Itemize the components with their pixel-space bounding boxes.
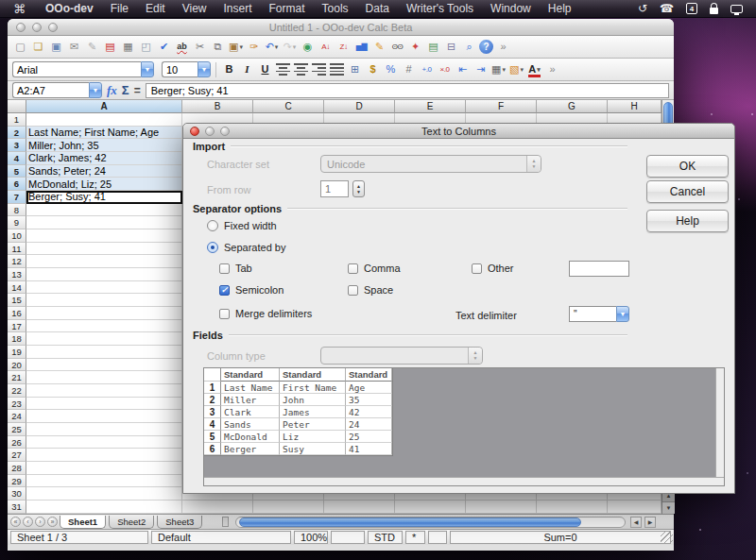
cell-A3[interactable]: Miller; John; 35 — [26, 139, 182, 152]
row-header-12[interactable]: 12 — [8, 255, 26, 268]
sum-icon[interactable]: Σ — [122, 83, 129, 97]
cancel-button[interactable]: Cancel — [646, 180, 729, 203]
cell-A24[interactable] — [26, 410, 182, 423]
cell-A15[interactable] — [26, 294, 182, 307]
cell-A25[interactable] — [26, 423, 182, 436]
row-header-6[interactable]: 6 — [8, 178, 26, 191]
row-header-1[interactable]: 1 — [8, 113, 26, 127]
select-all-corner[interactable] — [8, 100, 26, 113]
cell-A9[interactable] — [26, 216, 182, 229]
tab-scroll-split[interactable] — [222, 517, 229, 527]
add-decimal-icon[interactable]: +.0 — [419, 61, 435, 78]
paste-icon[interactable]: ▣▾ — [228, 39, 244, 56]
cell-A12[interactable] — [26, 255, 182, 268]
cell-A17[interactable] — [26, 320, 182, 333]
sheet-tab-sheet3[interactable]: Sheet3 — [157, 516, 202, 529]
print-icon[interactable]: ▦ — [120, 39, 136, 56]
cell-A5[interactable]: Sands; Peter; 24 — [26, 165, 182, 178]
text-delimiter-dropdown-icon[interactable]: ▼ — [616, 306, 629, 322]
fixed-width-radio[interactable]: Fixed width — [207, 220, 277, 231]
cell-A10[interactable] — [26, 229, 182, 243]
page-preview-icon[interactable]: ◰ — [138, 39, 154, 56]
navigator-icon[interactable]: ✦ — [407, 39, 423, 56]
menu-view[interactable]: View — [174, 0, 215, 18]
cell-A6[interactable]: McDonald; Liz; 25 — [26, 178, 182, 191]
cell-A31[interactable] — [26, 501, 182, 514]
menu-writer-s-tools[interactable]: Writer's Tools — [398, 0, 482, 18]
row-header-10[interactable]: 10 — [8, 229, 26, 243]
menu-help[interactable]: Help — [540, 0, 580, 18]
window-title-bar[interactable]: Untitled 1 - OOo-dev Calc Beta — [8, 19, 674, 36]
cell-A23[interactable] — [26, 398, 182, 411]
cell-A29[interactable] — [26, 475, 182, 488]
format-paintbrush-icon[interactable]: ✑ — [246, 39, 262, 56]
dialog-title-bar[interactable]: Text to Columns — [183, 124, 734, 139]
phone-status-icon[interactable]: ☎ — [660, 2, 674, 15]
cell-F31[interactable] — [466, 501, 537, 514]
cell-A28[interactable] — [26, 462, 182, 475]
apple-menu-icon[interactable]: ⌘ — [0, 2, 37, 16]
bold-icon[interactable]: B — [221, 61, 237, 78]
toolbar-overflow-icon[interactable]: » — [544, 61, 560, 78]
row-header-11[interactable]: 11 — [8, 243, 26, 256]
draw-functions-icon[interactable]: ✎ — [371, 39, 387, 56]
horizontal-scroll-thumb[interactable] — [239, 518, 580, 527]
cell-A4[interactable]: Clark; James; 42 — [26, 152, 182, 165]
row-header-28[interactable]: 28 — [8, 462, 26, 475]
minimize-button[interactable] — [32, 23, 42, 32]
cell-A18[interactable] — [26, 332, 182, 346]
row-header-24[interactable]: 24 — [8, 410, 26, 423]
merge-delimiters-checkbox[interactable]: Merge delimiters — [219, 308, 312, 319]
row-header-5[interactable]: 5 — [8, 165, 26, 178]
menu-tools[interactable]: Tools — [314, 0, 357, 18]
row-header-2[interactable]: 2 — [8, 127, 26, 140]
font-size-dropdown-icon[interactable]: ▼ — [198, 61, 211, 77]
row-header-17[interactable]: 17 — [8, 320, 26, 333]
time-machine-icon[interactable]: ↺ — [638, 2, 647, 15]
cell-A27[interactable] — [26, 449, 182, 462]
row-header-8[interactable]: 8 — [8, 204, 26, 217]
function-wizard-icon[interactable]: fx — [107, 83, 117, 98]
from-row-spinner[interactable]: ▲▼ — [352, 180, 365, 197]
formula-icon[interactable]: = — [134, 84, 141, 97]
spaces-icon[interactable]: 4 — [686, 3, 697, 14]
zoom-level[interactable]: 100% — [294, 531, 328, 544]
cell-A19[interactable] — [26, 346, 182, 359]
column-header-B[interactable]: B — [182, 100, 253, 113]
help-button[interactable]: Help — [646, 210, 729, 232]
comma-checkbox[interactable]: Comma — [348, 263, 401, 274]
insert-mode[interactable] — [331, 531, 365, 544]
row-header-19[interactable]: 19 — [8, 346, 26, 359]
insert-chart-icon[interactable]: ▅▇ — [353, 39, 369, 56]
copy-icon[interactable]: ⧉ — [210, 39, 226, 56]
align-center-icon[interactable] — [293, 61, 309, 78]
font-name-combo[interactable]: Arial ▼ — [12, 61, 154, 77]
signature[interactable] — [428, 531, 447, 544]
cell-G31[interactable] — [537, 501, 608, 514]
document-modified[interactable]: * — [405, 531, 425, 544]
cell-A2[interactable]: Last Name; First Name; Age — [26, 127, 182, 140]
page-style[interactable]: Default — [151, 531, 291, 544]
font-size-combo[interactable]: 10 ▼ — [162, 61, 211, 77]
column-header-G[interactable]: G — [537, 100, 608, 113]
row-header-14[interactable]: 14 — [8, 281, 26, 295]
menu-edit[interactable]: Edit — [137, 0, 174, 18]
hyperlink-icon[interactable]: ◉ — [300, 39, 316, 56]
font-name-dropdown-icon[interactable]: ▼ — [141, 61, 154, 77]
menu-ooo-dev[interactable]: OOo-dev — [37, 0, 102, 18]
column-header-H[interactable]: H — [608, 100, 662, 113]
menu-window[interactable]: Window — [482, 0, 540, 18]
dialog-close-button[interactable] — [190, 127, 199, 136]
semicolon-checkbox[interactable]: Semicolon — [219, 284, 284, 296]
cell-A16[interactable] — [26, 307, 182, 320]
row-header-25[interactable]: 25 — [8, 423, 26, 436]
keychain-lock-icon[interactable] — [710, 4, 718, 14]
gallery-icon[interactable]: ▤ — [425, 39, 441, 56]
dialog-zoom-button[interactable] — [220, 127, 230, 136]
preview-column-header-3[interactable]: Standard — [346, 368, 392, 382]
row-header-9[interactable]: 9 — [8, 216, 26, 229]
column-header-F[interactable]: F — [466, 100, 537, 113]
previous-sheet-button[interactable]: ‹ — [23, 517, 33, 527]
next-sheet-button[interactable]: › — [35, 517, 45, 527]
menu-data[interactable]: Data — [357, 0, 398, 18]
